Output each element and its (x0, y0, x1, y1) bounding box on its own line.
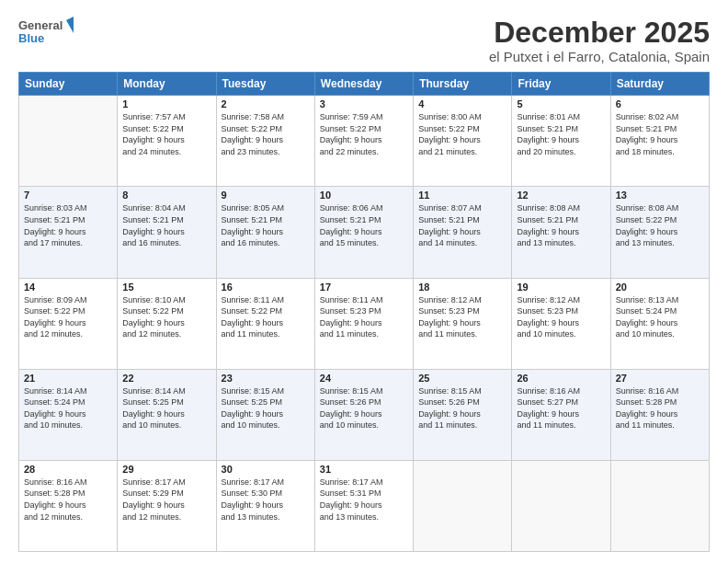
svg-text:Blue: Blue (18, 31, 44, 45)
calendar-cell: 19Sunrise: 8:12 AMSunset: 5:23 PMDayligh… (512, 278, 610, 369)
day-number: 11 (418, 190, 506, 201)
calendar-cell: 21Sunrise: 8:14 AMSunset: 5:24 PMDayligh… (19, 369, 118, 460)
day-number: 20 (616, 282, 704, 293)
day-info: Sunrise: 7:58 AMSunset: 5:22 PMDaylight:… (222, 111, 310, 157)
weekday-header: Monday (118, 73, 216, 96)
day-info: Sunrise: 7:59 AMSunset: 5:22 PMDaylight:… (320, 111, 408, 157)
weekday-header: Friday (512, 73, 610, 96)
day-info: Sunrise: 8:02 AMSunset: 5:21 PMDaylight:… (616, 111, 704, 157)
day-number: 9 (222, 190, 310, 201)
calendar-cell (19, 96, 118, 187)
day-info: Sunrise: 8:17 AMSunset: 5:30 PMDaylight:… (222, 477, 310, 523)
day-number: 8 (122, 190, 210, 201)
calendar-cell: 9Sunrise: 8:05 AMSunset: 5:21 PMDaylight… (216, 187, 314, 278)
day-info: Sunrise: 8:11 AMSunset: 5:23 PMDaylight:… (320, 294, 408, 340)
day-info: Sunrise: 8:12 AMSunset: 5:23 PMDaylight:… (418, 294, 506, 340)
day-info: Sunrise: 8:16 AMSunset: 5:28 PMDaylight:… (616, 385, 704, 431)
calendar-cell: 25Sunrise: 8:15 AMSunset: 5:26 PMDayligh… (414, 369, 512, 460)
day-number: 26 (517, 373, 605, 384)
day-info: Sunrise: 8:17 AMSunset: 5:29 PMDaylight:… (122, 477, 210, 523)
calendar-cell: 11Sunrise: 8:07 AMSunset: 5:21 PMDayligh… (414, 187, 512, 278)
day-number: 2 (222, 98, 310, 109)
day-number: 24 (320, 373, 408, 384)
calendar-cell: 5Sunrise: 8:01 AMSunset: 5:21 PMDaylight… (512, 96, 610, 187)
calendar-cell: 31Sunrise: 8:17 AMSunset: 5:31 PMDayligh… (314, 460, 413, 551)
weekday-header-row: SundayMondayTuesdayWednesdayThursdayFrid… (19, 73, 710, 96)
calendar-table: SundayMondayTuesdayWednesdayThursdayFrid… (18, 72, 710, 552)
calendar-cell: 24Sunrise: 8:15 AMSunset: 5:26 PMDayligh… (314, 369, 413, 460)
calendar-week-row: 21Sunrise: 8:14 AMSunset: 5:24 PMDayligh… (19, 369, 710, 460)
day-number: 18 (418, 282, 506, 293)
calendar-cell: 18Sunrise: 8:12 AMSunset: 5:23 PMDayligh… (414, 278, 512, 369)
day-info: Sunrise: 8:05 AMSunset: 5:21 PMDaylight:… (222, 202, 310, 248)
day-number: 13 (616, 190, 704, 201)
day-number: 17 (320, 282, 408, 293)
calendar-cell: 15Sunrise: 8:10 AMSunset: 5:22 PMDayligh… (118, 278, 216, 369)
day-number: 5 (517, 98, 605, 109)
day-number: 3 (320, 98, 408, 109)
calendar-cell: 27Sunrise: 8:16 AMSunset: 5:28 PMDayligh… (610, 369, 709, 460)
calendar-cell: 28Sunrise: 8:16 AMSunset: 5:28 PMDayligh… (19, 460, 118, 551)
day-number: 19 (517, 282, 605, 293)
day-number: 15 (122, 282, 210, 293)
calendar-cell: 3Sunrise: 7:59 AMSunset: 5:22 PMDaylight… (314, 96, 413, 187)
day-number: 29 (122, 464, 210, 475)
day-number: 7 (24, 190, 112, 201)
day-number: 4 (418, 98, 506, 109)
weekday-header: Wednesday (314, 73, 413, 96)
calendar-week-row: 7Sunrise: 8:03 AMSunset: 5:21 PMDaylight… (19, 187, 710, 278)
calendar-cell: 12Sunrise: 8:08 AMSunset: 5:21 PMDayligh… (512, 187, 610, 278)
day-number: 27 (616, 373, 704, 384)
page: General Blue December 2025 el Putxet i e… (0, 0, 728, 563)
logo: General Blue (18, 17, 74, 50)
day-info: Sunrise: 8:10 AMSunset: 5:22 PMDaylight:… (122, 294, 210, 340)
calendar-cell: 14Sunrise: 8:09 AMSunset: 5:22 PMDayligh… (19, 278, 118, 369)
weekday-header: Tuesday (216, 73, 314, 96)
calendar-cell: 17Sunrise: 8:11 AMSunset: 5:23 PMDayligh… (314, 278, 413, 369)
day-info: Sunrise: 8:07 AMSunset: 5:21 PMDaylight:… (418, 202, 506, 248)
day-info: Sunrise: 8:03 AMSunset: 5:21 PMDaylight:… (24, 202, 112, 248)
day-number: 30 (222, 464, 310, 475)
calendar-cell: 29Sunrise: 8:17 AMSunset: 5:29 PMDayligh… (118, 460, 216, 551)
day-number: 14 (24, 282, 112, 293)
calendar-cell (610, 460, 709, 551)
calendar-cell: 10Sunrise: 8:06 AMSunset: 5:21 PMDayligh… (314, 187, 413, 278)
day-info: Sunrise: 8:15 AMSunset: 5:26 PMDaylight:… (320, 385, 408, 431)
calendar-cell: 22Sunrise: 8:14 AMSunset: 5:25 PMDayligh… (118, 369, 216, 460)
logo-svg: General Blue (18, 17, 74, 50)
calendar-week-row: 28Sunrise: 8:16 AMSunset: 5:28 PMDayligh… (19, 460, 710, 551)
day-info: Sunrise: 8:00 AMSunset: 5:22 PMDaylight:… (418, 111, 506, 157)
calendar-week-row: 14Sunrise: 8:09 AMSunset: 5:22 PMDayligh… (19, 278, 710, 369)
calendar-cell: 1Sunrise: 7:57 AMSunset: 5:22 PMDaylight… (118, 96, 216, 187)
calendar-cell (414, 460, 512, 551)
calendar-cell: 4Sunrise: 8:00 AMSunset: 5:22 PMDaylight… (414, 96, 512, 187)
day-info: Sunrise: 8:15 AMSunset: 5:26 PMDaylight:… (418, 385, 506, 431)
day-info: Sunrise: 8:17 AMSunset: 5:31 PMDaylight:… (320, 477, 408, 523)
day-number: 21 (24, 373, 112, 384)
svg-text:General: General (18, 18, 63, 32)
day-number: 12 (517, 190, 605, 201)
month-title: December 2025 (489, 17, 710, 49)
day-info: Sunrise: 8:06 AMSunset: 5:21 PMDaylight:… (320, 202, 408, 248)
calendar-cell (512, 460, 610, 551)
calendar-cell: 30Sunrise: 8:17 AMSunset: 5:30 PMDayligh… (216, 460, 314, 551)
day-info: Sunrise: 8:14 AMSunset: 5:24 PMDaylight:… (24, 385, 112, 431)
title-block: December 2025 el Putxet i el Farro, Cata… (489, 17, 710, 64)
day-info: Sunrise: 7:57 AMSunset: 5:22 PMDaylight:… (122, 111, 210, 157)
weekday-header: Sunday (19, 73, 118, 96)
day-number: 22 (122, 373, 210, 384)
calendar-week-row: 1Sunrise: 7:57 AMSunset: 5:22 PMDaylight… (19, 96, 710, 187)
day-number: 31 (320, 464, 408, 475)
calendar-cell: 23Sunrise: 8:15 AMSunset: 5:25 PMDayligh… (216, 369, 314, 460)
calendar-cell: 6Sunrise: 8:02 AMSunset: 5:21 PMDaylight… (610, 96, 709, 187)
weekday-header: Saturday (610, 73, 709, 96)
day-info: Sunrise: 8:11 AMSunset: 5:22 PMDaylight:… (222, 294, 310, 340)
day-info: Sunrise: 8:16 AMSunset: 5:28 PMDaylight:… (24, 477, 112, 523)
location-subtitle: el Putxet i el Farro, Catalonia, Spain (489, 49, 710, 64)
calendar-cell: 20Sunrise: 8:13 AMSunset: 5:24 PMDayligh… (610, 278, 709, 369)
calendar-cell: 16Sunrise: 8:11 AMSunset: 5:22 PMDayligh… (216, 278, 314, 369)
day-info: Sunrise: 8:15 AMSunset: 5:25 PMDaylight:… (222, 385, 310, 431)
day-info: Sunrise: 8:08 AMSunset: 5:21 PMDaylight:… (517, 202, 605, 248)
day-number: 6 (616, 98, 704, 109)
day-number: 16 (222, 282, 310, 293)
